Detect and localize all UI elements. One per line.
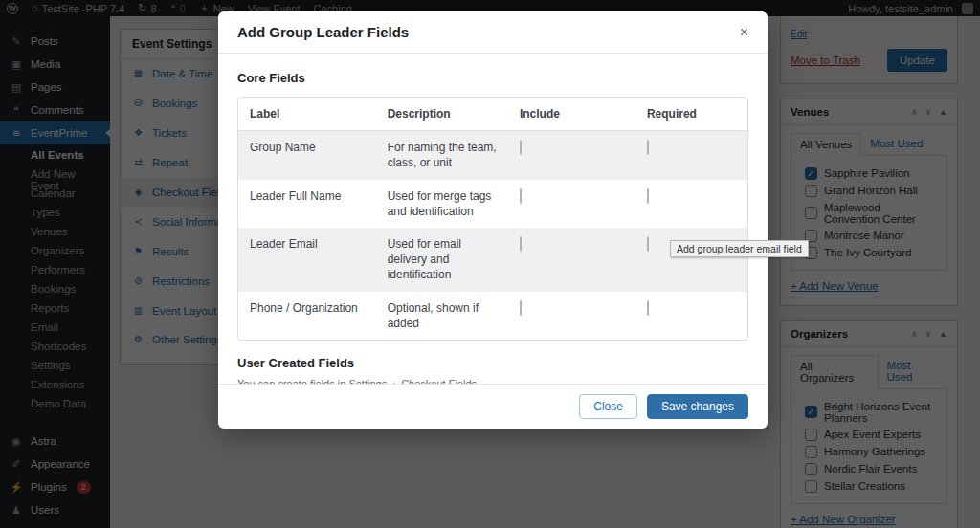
include-checkbox[interactable] — [520, 300, 522, 316]
field-label: Phone / Organization — [238, 292, 376, 324]
include-checkbox[interactable] — [520, 236, 522, 252]
field-description: Used for email delivery and identificati… — [376, 228, 508, 292]
include-checkbox[interactable] — [520, 140, 522, 155]
table-row: Leader Full Name Used for merge tags and… — [238, 180, 747, 228]
table-row: Group Name For naming the team, class, o… — [238, 131, 747, 179]
field-label: Leader Full Name — [238, 180, 376, 212]
wordpress-admin-page: W ⌂ TestSite -PHP 7.4 ↻ 8 ❝ 0 ＋ New View… — [0, 0, 980, 528]
column-header-description: Description — [376, 98, 508, 130]
core-fields-heading: Core Fields — [237, 71, 748, 85]
user-created-fields-heading: User Created Fields — [237, 356, 748, 370]
table-header-row: Label Description Include Required — [238, 98, 747, 131]
field-label: Group Name — [238, 131, 376, 164]
table-row: Leader Email Used for email delivery and… — [238, 228, 747, 292]
column-header-label: Label — [238, 98, 376, 130]
field-description: Used for merge tags and identification — [376, 180, 508, 228]
close-button[interactable]: Close — [579, 394, 637, 419]
table-row: Phone / Organization Optional, shown if … — [238, 292, 747, 340]
include-checkbox[interactable] — [520, 188, 522, 204]
save-changes-button[interactable]: Save changes — [647, 394, 748, 419]
tooltip: Add group leader email field — [670, 240, 809, 257]
required-checkbox[interactable] — [647, 140, 649, 155]
column-header-include: Include — [508, 98, 635, 130]
field-description: Optional, shown if added — [376, 292, 508, 340]
column-header-required: Required — [635, 98, 747, 130]
core-fields-table: Label Description Include Required Group… — [237, 97, 748, 341]
add-group-leader-fields-modal: Add Group Leader Fields × Core Fields La… — [218, 11, 768, 429]
required-checkbox[interactable] — [647, 300, 649, 316]
field-description: For naming the team, class, or unit — [376, 131, 508, 179]
close-icon[interactable]: × — [740, 25, 748, 40]
required-checkbox[interactable] — [647, 236, 649, 252]
field-label: Leader Email — [238, 228, 376, 260]
modal-title: Add Group Leader Fields — [237, 24, 409, 40]
required-checkbox[interactable] — [647, 188, 649, 204]
